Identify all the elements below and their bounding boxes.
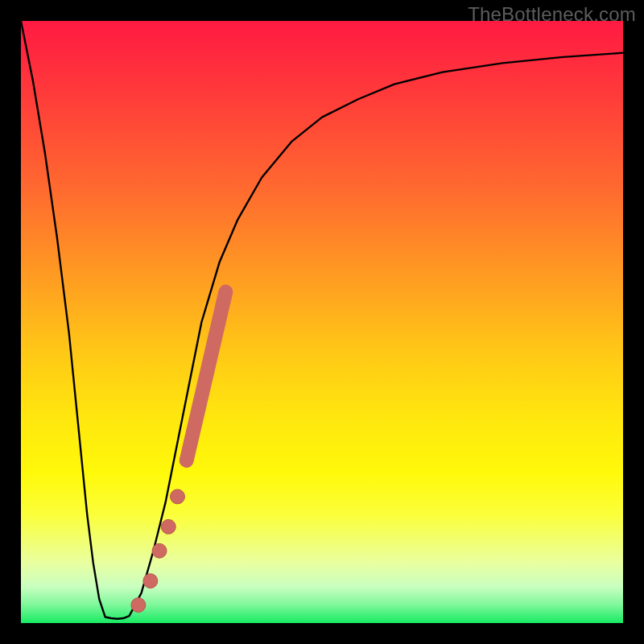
bottleneck-curve — [21, 21, 623, 619]
markers-group — [131, 292, 225, 613]
dot-3 — [152, 543, 167, 558]
bar-segment — [187, 292, 226, 460]
curve-group — [21, 21, 623, 619]
dot-2 — [143, 574, 158, 588]
dot-4 — [161, 519, 175, 534]
chart-svg — [21, 21, 623, 623]
chart-frame: TheBottleneck.com — [0, 0, 644, 644]
dot-5 — [171, 489, 185, 504]
watermark-text: TheBottleneck.com — [468, 3, 636, 26]
dot-1 — [131, 598, 146, 613]
plot-area — [21, 21, 623, 623]
